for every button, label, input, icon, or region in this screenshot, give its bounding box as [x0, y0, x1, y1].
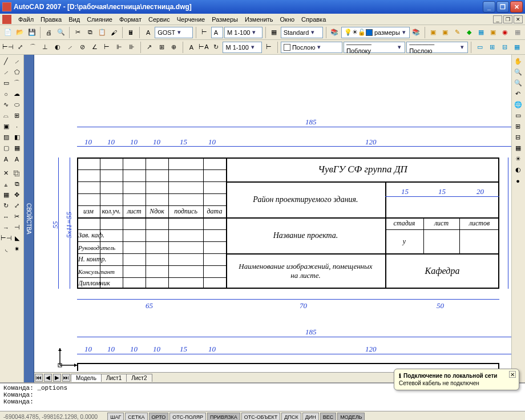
copy-obj-icon[interactable]: ⿻: [11, 168, 22, 179]
mtext-icon[interactable]: A: [1, 154, 11, 164]
win3-icon[interactable]: ⊟: [499, 42, 511, 53]
status-osnap[interactable]: ПРИВЯЗКА: [207, 413, 240, 421]
zoom-win-icon[interactable]: 🔍: [512, 78, 523, 88]
win2-icon[interactable]: ⊞: [487, 42, 498, 53]
explode-icon[interactable]: ✷: [11, 244, 22, 255]
pan-icon[interactable]: ✋: [512, 56, 523, 67]
hatch-icon[interactable]: ▨: [1, 132, 11, 143]
ellipsearc-icon[interactable]: ⌓: [1, 110, 11, 121]
dropdown-icon[interactable]: ▾: [315, 43, 323, 51]
dim-jog-icon[interactable]: ⟋: [64, 42, 76, 53]
pline-icon[interactable]: ⟋: [1, 67, 11, 78]
table-style-icon[interactable]: ▦: [269, 27, 280, 38]
line-icon[interactable]: ╱: [1, 56, 11, 67]
trim-icon[interactable]: ✂: [11, 211, 22, 222]
menu-dimension[interactable]: Размеры: [208, 15, 241, 24]
menu-draw[interactable]: Черчение: [173, 15, 209, 24]
vp2-icon[interactable]: ⊞: [512, 121, 523, 132]
paste-icon[interactable]: 📋: [96, 27, 107, 38]
menu-insert[interactable]: Слияние: [83, 15, 116, 24]
menu-edit[interactable]: Правка: [37, 15, 65, 24]
move-icon[interactable]: ✥: [11, 189, 22, 200]
match-icon[interactable]: 🖌: [108, 27, 119, 38]
block-icon[interactable]: ▣: [428, 27, 439, 38]
extend-icon[interactable]: →: [1, 222, 11, 233]
menu-view[interactable]: Вид: [65, 15, 83, 24]
dim-baseline-icon[interactable]: ⊩: [114, 42, 125, 53]
chamfer-icon[interactable]: ◣: [11, 233, 22, 244]
render-icon[interactable]: ☀: [512, 154, 523, 164]
insert-icon[interactable]: ⊞: [11, 110, 22, 121]
menu-window[interactable]: Окно: [277, 15, 298, 24]
linetype-combo[interactable]: ———— Поблоку▾: [344, 42, 405, 53]
color-combo[interactable]: Послою▾: [281, 42, 342, 53]
dim-radius-icon[interactable]: ◐: [52, 42, 63, 53]
dim-aligned-icon[interactable]: ⤢: [15, 42, 26, 53]
layer-manager-icon[interactable]: 📚: [329, 27, 340, 38]
status-ducs[interactable]: ДПСК: [281, 413, 301, 421]
vp1-icon[interactable]: ▭: [512, 110, 523, 121]
dim-continue-icon[interactable]: ⊪: [126, 42, 138, 53]
status-lwt[interactable]: ВЕС: [320, 413, 337, 421]
shade-icon[interactable]: ●: [512, 175, 523, 186]
dropdown-icon[interactable]: ▾: [175, 29, 183, 36]
vp3-icon[interactable]: ⊟: [512, 132, 523, 143]
dropdown-icon[interactable]: ▾: [309, 29, 317, 36]
balloon-close[interactable]: ✕: [509, 371, 516, 378]
dropdown-icon[interactable]: ▾: [249, 43, 257, 51]
stretch-icon[interactable]: ↔: [1, 211, 11, 222]
table-icon[interactable]: ▦: [11, 143, 22, 154]
block2-icon[interactable]: ▣: [440, 27, 451, 38]
zoom-prev-icon[interactable]: ↶: [512, 88, 523, 99]
spline-icon[interactable]: ∿: [1, 99, 11, 110]
leader-icon[interactable]: ↗: [144, 42, 155, 53]
join-icon[interactable]: ⊢⊣: [1, 233, 11, 244]
letter-combo[interactable]: А: [211, 27, 223, 38]
menu-format[interactable]: Формат: [116, 15, 145, 24]
dimscale-combo[interactable]: М 1-100▾: [224, 27, 262, 38]
dimstyle-combo[interactable]: М 1-100▾: [223, 42, 262, 53]
status-ortho[interactable]: ОРТО: [149, 413, 169, 421]
tool5-icon[interactable]: ▦: [512, 27, 523, 38]
mdi-close[interactable]: ✕: [514, 15, 523, 23]
dim-arc-icon[interactable]: ⌒: [27, 42, 39, 53]
coordinates[interactable]: -690048.4785, -998162.1298, 0.0000: [0, 414, 101, 420]
arc-icon[interactable]: ⌒: [11, 78, 22, 88]
revcloud-icon[interactable]: ☁: [11, 88, 22, 99]
tool3-icon[interactable]: ▣: [488, 27, 499, 38]
status-dyn[interactable]: ДИН: [302, 413, 319, 421]
ellipse-icon[interactable]: ⬭: [11, 99, 22, 110]
preview-icon[interactable]: 🔍: [55, 27, 66, 38]
tab-layout2[interactable]: Лист2: [126, 374, 152, 382]
dim-edit-icon[interactable]: A: [186, 42, 197, 53]
status-otrack[interactable]: ОТС-ОБЪЕКТ: [241, 413, 280, 421]
hide-icon[interactable]: ◐: [512, 164, 523, 175]
tab-next[interactable]: ▶: [53, 374, 61, 382]
text-style-icon[interactable]: A: [143, 27, 154, 38]
fillet-icon[interactable]: ◟: [1, 244, 11, 255]
dim-ordinate-icon[interactable]: ⊥: [39, 42, 51, 53]
xline-icon[interactable]: ⟋: [11, 56, 22, 67]
tablestyle-combo[interactable]: Standard▾: [281, 27, 323, 38]
save-icon[interactable]: 💾: [26, 27, 37, 38]
status-polar[interactable]: ОТС-ПОЛЯР: [169, 413, 206, 421]
erase-icon[interactable]: ✕: [1, 168, 11, 179]
status-grid[interactable]: СЕТКА: [125, 413, 147, 421]
tolerance-icon[interactable]: ⊞: [156, 42, 167, 53]
dropdown-icon[interactable]: ▾: [458, 43, 466, 51]
block-make-icon[interactable]: ▣: [1, 121, 11, 132]
status-snap[interactable]: ШАГ: [107, 413, 124, 421]
drawing-canvas[interactable]: 185 10 10 10 10 15 10 120: [34, 55, 511, 382]
tool2-icon[interactable]: ▦: [476, 27, 487, 38]
dim-quick-icon[interactable]: ⊢: [102, 42, 113, 53]
mirror-icon[interactable]: ⟁: [1, 179, 11, 189]
dropdown-icon[interactable]: ▾: [400, 29, 408, 36]
maximize-button[interactable]: ❐: [496, 1, 509, 13]
menu-modify[interactable]: Изменить: [241, 15, 277, 24]
status-model[interactable]: МОДЕЛЬ: [337, 413, 365, 421]
mdi-icon[interactable]: [2, 15, 11, 24]
font-combo[interactable]: GOST▾: [155, 27, 193, 38]
rotate-icon[interactable]: ↻: [1, 200, 11, 211]
circle-icon[interactable]: ○: [1, 88, 11, 99]
text-icon[interactable]: A: [11, 154, 22, 164]
